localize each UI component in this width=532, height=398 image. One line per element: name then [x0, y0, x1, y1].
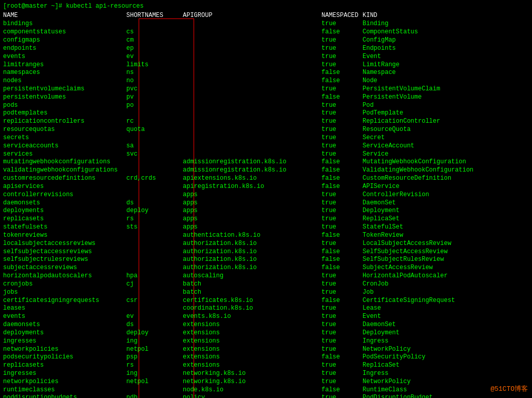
row-namespaced: false	[321, 69, 363, 77]
row-apigroup: autoscaling	[183, 272, 321, 280]
row-namespaced: true	[321, 53, 363, 61]
table-row: daemonsets ds extensions true DaemonSet	[3, 321, 529, 329]
row-shortnames	[126, 134, 183, 142]
row-shortnames: pdb	[126, 394, 183, 398]
row-apigroup	[183, 28, 321, 36]
row-shortnames	[126, 386, 183, 394]
row-shortnames	[126, 232, 183, 240]
row-kind: Deployment	[363, 207, 529, 215]
row-kind: DaemonSet	[363, 199, 529, 207]
row-apigroup: batch	[183, 289, 321, 297]
row-kind: DaemonSet	[363, 321, 529, 329]
row-kind: Lease	[363, 305, 529, 313]
row-namespaced: true	[321, 223, 363, 232]
row-kind: ReplicationController	[363, 118, 529, 126]
row-name: events	[3, 53, 126, 61]
row-apigroup	[183, 45, 321, 53]
row-namespaced: true	[321, 20, 363, 28]
row-apigroup	[183, 61, 321, 69]
row-apigroup: extensions	[183, 329, 321, 337]
row-shortnames	[126, 158, 183, 166]
row-shortnames: ds	[126, 199, 183, 207]
row-kind: APIService	[363, 183, 529, 191]
row-name: mutatingwebhookconfigurations	[3, 158, 126, 166]
row-name: namespaces	[3, 69, 126, 77]
row-name: bindings	[3, 20, 126, 28]
row-kind: ComponentStatus	[363, 28, 529, 36]
row-kind: Ingress	[363, 370, 529, 378]
table-row: namespaces ns false Namespace	[3, 69, 529, 77]
row-namespaced: true	[321, 199, 363, 207]
row-kind: PodTemplate	[363, 109, 529, 118]
row-namespaced: true	[321, 207, 363, 215]
row-shortnames: crd,crds	[126, 175, 183, 183]
row-apigroup: authorization.k8s.io	[183, 240, 321, 248]
row-namespaced: true	[321, 280, 363, 289]
row-kind: SelfSubjectAccessReview	[363, 248, 529, 256]
row-kind: Endpoints	[363, 45, 529, 53]
row-shortnames	[126, 256, 183, 264]
row-namespaced: false	[321, 158, 363, 166]
row-name: componentstatuses	[3, 28, 126, 36]
row-apigroup	[183, 20, 321, 28]
row-apigroup: authorization.k8s.io	[183, 248, 321, 256]
row-apigroup: admissionregistration.k8s.io	[183, 166, 321, 175]
row-kind: Node	[363, 77, 529, 85]
row-kind: ResourceQuota	[363, 126, 529, 134]
row-kind: NetworkPolicy	[363, 346, 529, 354]
row-shortnames: rs	[126, 215, 183, 223]
row-shortnames	[126, 240, 183, 248]
row-shortnames	[126, 191, 183, 199]
row-apigroup: authentication.k8s.io	[183, 232, 321, 240]
row-name: validatingwebhookconfigurations	[3, 166, 126, 175]
row-namespaced: true	[321, 321, 363, 329]
row-name: daemonsets	[3, 321, 126, 329]
row-kind: Pod	[363, 102, 529, 110]
row-shortnames: ev	[126, 313, 183, 321]
row-name: nodes	[3, 77, 126, 85]
row-apigroup: apiregistration.k8s.io	[183, 183, 321, 191]
row-namespaced: true	[321, 240, 363, 248]
row-namespaced: true	[321, 362, 363, 370]
row-shortnames: rs	[126, 362, 183, 370]
row-name: ingresses	[3, 370, 126, 378]
table-row: podtemplates true PodTemplate	[3, 109, 529, 118]
row-name: deployments	[3, 207, 126, 215]
row-name: statefulsets	[3, 223, 126, 232]
row-name: apiservices	[3, 183, 126, 191]
row-namespaced: false	[321, 175, 363, 183]
table-row: secrets true Secret	[3, 134, 529, 142]
row-shortnames: limits	[126, 61, 183, 69]
table-row: pods po true Pod	[3, 102, 529, 110]
row-shortnames: sa	[126, 142, 183, 150]
row-kind: SubjectAccessReview	[363, 264, 529, 272]
table-row: services svc true Service	[3, 150, 529, 159]
row-apigroup: certificates.k8s.io	[183, 297, 321, 305]
row-namespaced: false	[321, 264, 363, 272]
row-apigroup: apps	[183, 191, 321, 199]
row-apigroup: apps	[183, 199, 321, 207]
row-namespaced: true	[321, 272, 363, 280]
table-row: nodes no false Node	[3, 77, 529, 85]
row-shortnames: deploy	[126, 329, 183, 337]
row-name: runtimeclasses	[3, 386, 126, 394]
row-name: replicasets	[3, 215, 126, 223]
row-kind: CronJob	[363, 280, 529, 289]
table-row: daemonsets ds apps true DaemonSet	[3, 199, 529, 207]
row-name: tokenreviews	[3, 232, 126, 240]
row-name: horizontalpodautoscalers	[3, 272, 126, 280]
table-row: jobs batch true Job	[3, 289, 529, 297]
row-namespaced: true	[321, 36, 363, 45]
table-row: events ev events.k8s.io true Event	[3, 313, 529, 321]
row-shortnames: pvc	[126, 85, 183, 93]
header-name: NAME	[3, 11, 126, 20]
row-name: persistentvolumes	[3, 93, 126, 102]
row-namespaced: true	[321, 102, 363, 110]
table-row: poddisruptionbudgets pdb policy true Pod…	[3, 394, 529, 398]
table-row: statefulsets sts apps true StatefulSet	[3, 223, 529, 232]
row-name: resourcequotas	[3, 126, 126, 134]
row-apigroup: extensions	[183, 353, 321, 362]
row-apigroup: policy	[183, 394, 321, 398]
table-row: deployments deploy apps true Deployment	[3, 207, 529, 215]
row-namespaced: false	[321, 28, 363, 36]
